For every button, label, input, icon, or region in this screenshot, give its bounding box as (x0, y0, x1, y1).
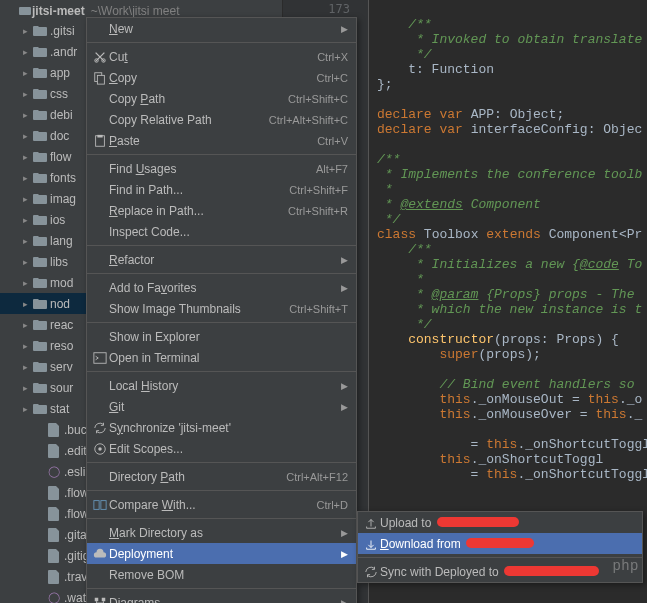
expand-arrow-icon[interactable]: ▸ (20, 89, 30, 99)
tree-label: mod (50, 276, 73, 290)
svg-rect-0 (19, 7, 31, 15)
svg-rect-10 (94, 500, 99, 509)
tree-label: serv (50, 360, 73, 374)
folder-icon (33, 255, 47, 269)
menu-item-edit-scopes-[interactable]: Edit Scopes... (87, 438, 356, 459)
menu-item-show-in-explorer[interactable]: Show in Explorer (87, 326, 356, 347)
compare-icon (91, 498, 109, 512)
menu-label: Cut (109, 50, 317, 64)
menu-label: Show Image Thumbnails (109, 302, 289, 316)
menu-item-mark-directory-as[interactable]: Mark Directory as ▶ (87, 522, 356, 543)
menu-shortcut: Ctrl+Alt+F12 (286, 471, 348, 483)
expand-arrow-icon[interactable]: ▸ (20, 299, 30, 309)
expand-arrow-icon[interactable]: ▸ (20, 152, 30, 162)
folder-icon (33, 45, 47, 59)
menu-separator (87, 42, 356, 43)
expand-arrow-icon[interactable]: ▸ (20, 278, 30, 288)
expand-arrow-icon[interactable]: ▸ (20, 173, 30, 183)
module-icon (18, 4, 32, 18)
tree-label: fonts (50, 171, 76, 185)
menu-label: Copy (109, 71, 317, 85)
menu-label: Paste (109, 134, 317, 148)
download-icon (362, 537, 380, 551)
expand-arrow-icon[interactable]: ▸ (20, 362, 30, 372)
folder-icon (33, 171, 47, 185)
tree-label: lang (50, 234, 73, 248)
menu-item-remove-bom[interactable]: Remove BOM (87, 564, 356, 585)
expand-arrow-icon[interactable]: ▸ (20, 341, 30, 351)
menu-label: Mark Directory as (109, 526, 337, 540)
submenu-item-upload-to-[interactable]: Upload to (358, 512, 642, 533)
expand-arrow-icon[interactable]: ▸ (20, 320, 30, 330)
folder-icon (33, 297, 47, 311)
expand-arrow-icon[interactable]: ▸ (20, 404, 30, 414)
menu-label: Diagrams (109, 596, 337, 604)
menu-item-show-image-thumbnails[interactable]: Show Image Thumbnails Ctrl+Shift+T (87, 298, 356, 319)
tree-label: flow (50, 150, 71, 164)
menu-item-add-to-favorites[interactable]: Add to Favorites ▶ (87, 277, 356, 298)
menu-item-local-history[interactable]: Local History ▶ (87, 375, 356, 396)
menu-item-directory-path[interactable]: Directory Path Ctrl+Alt+F12 (87, 466, 356, 487)
deployment-submenu[interactable]: Upload to Download from Sync with Deploy… (357, 511, 643, 583)
upload-icon (362, 516, 380, 530)
menu-label: Find Usages (109, 162, 316, 176)
menu-item-inspect-code-[interactable]: Inspect Code... (87, 221, 356, 242)
menu-item-refactor[interactable]: Refactor ▶ (87, 249, 356, 270)
menu-label: Download from (380, 537, 634, 551)
menu-shortcut: Ctrl+Alt+Shift+C (269, 114, 348, 126)
menu-label: Edit Scopes... (109, 442, 348, 456)
file-icon (47, 570, 61, 584)
expand-arrow-icon[interactable]: ▸ (20, 194, 30, 204)
menu-item-copy-path[interactable]: Copy Path Ctrl+Shift+C (87, 88, 356, 109)
redacted-text (437, 517, 519, 527)
menu-separator (87, 154, 356, 155)
submenu-arrow-icon: ▶ (341, 549, 348, 559)
menu-item-cut[interactable]: Cut Ctrl+X (87, 46, 356, 67)
cloud-icon (91, 547, 109, 561)
menu-item-compare-with-[interactable]: Compare With... Ctrl+D (87, 494, 356, 515)
expand-arrow-icon[interactable]: ▸ (20, 110, 30, 120)
menu-separator (358, 557, 642, 558)
expand-arrow-icon[interactable]: ▸ (20, 47, 30, 57)
file-icon (47, 444, 61, 458)
tree-label: .buc (64, 423, 87, 437)
folder-icon (33, 360, 47, 374)
menu-label: Open in Terminal (109, 351, 348, 365)
expand-arrow-icon[interactable]: ▸ (20, 68, 30, 78)
submenu-arrow-icon: ▶ (341, 283, 348, 293)
menu-label: Git (109, 400, 337, 414)
menu-item-git[interactable]: Git ▶ (87, 396, 356, 417)
menu-item-copy-relative-path[interactable]: Copy Relative Path Ctrl+Alt+Shift+C (87, 109, 356, 130)
menu-shortcut: Ctrl+V (317, 135, 348, 147)
tree-label: ios (50, 213, 65, 227)
menu-separator (87, 273, 356, 274)
menu-item-paste[interactable]: Paste Ctrl+V (87, 130, 356, 151)
context-menu[interactable]: New ▶ Cut Ctrl+X Copy Ctrl+C Copy Path C… (86, 17, 357, 603)
folder-icon (33, 24, 47, 38)
menu-item-deployment[interactable]: Deployment ▶ (87, 543, 356, 564)
menu-item-copy[interactable]: Copy Ctrl+C (87, 67, 356, 88)
expand-arrow-icon[interactable]: ▸ (20, 215, 30, 225)
expand-arrow-icon[interactable]: ▸ (20, 26, 30, 36)
menu-item-new[interactable]: New ▶ (87, 18, 356, 39)
tree-label: doc (50, 129, 69, 143)
tree-label: .wat (64, 591, 86, 604)
menu-item-open-in-terminal[interactable]: Open in Terminal (87, 347, 356, 368)
menu-label: Directory Path (109, 470, 286, 484)
expand-arrow-icon[interactable]: ▸ (20, 257, 30, 267)
submenu-item-sync-with-deployed-to-[interactable]: Sync with Deployed to (358, 561, 642, 582)
submenu-item-download-from-[interactable]: Download from (358, 533, 642, 554)
expand-arrow-icon[interactable]: ▸ (20, 131, 30, 141)
menu-separator (87, 462, 356, 463)
expand-arrow-icon[interactable]: ▸ (20, 383, 30, 393)
svg-rect-13 (102, 597, 106, 601)
menu-item-synchronize-jitsi-meet-[interactable]: Synchronize 'jitsi-meet' (87, 417, 356, 438)
menu-item-replace-in-path-[interactable]: Replace in Path... Ctrl+Shift+R (87, 200, 356, 221)
menu-item-diagrams[interactable]: Diagrams ▶ (87, 592, 356, 603)
file-icon (47, 486, 61, 500)
tree-label: .edit (64, 444, 87, 458)
expand-arrow-icon[interactable]: ▸ (20, 236, 30, 246)
tree-label: .gita (64, 528, 87, 542)
menu-item-find-usages[interactable]: Find Usages Alt+F7 (87, 158, 356, 179)
menu-item-find-in-path-[interactable]: Find in Path... Ctrl+Shift+F (87, 179, 356, 200)
